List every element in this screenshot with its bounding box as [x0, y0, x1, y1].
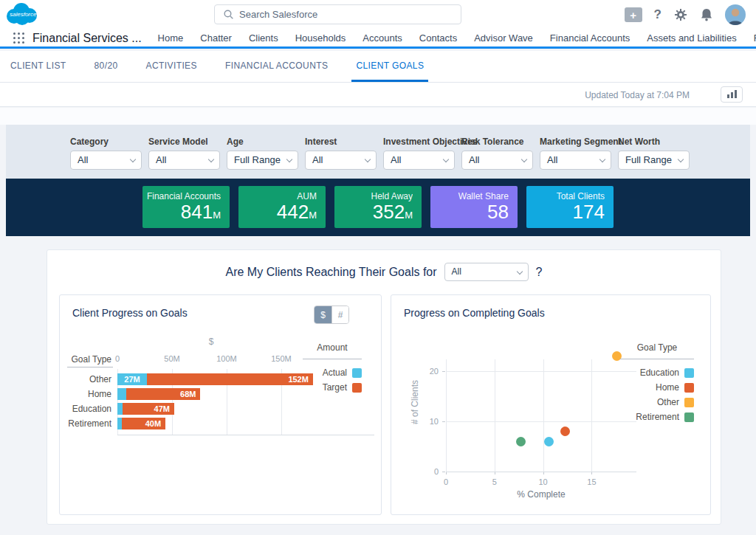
- kpi-card-total-clients[interactable]: Total Clients174: [526, 186, 614, 228]
- legend-item-education[interactable]: Education: [620, 365, 694, 380]
- bar-value-label: 152M: [147, 375, 313, 384]
- search-input[interactable]: [239, 9, 455, 20]
- question-prefix: Are My Clients Reaching Their Goals for: [226, 266, 437, 279]
- filter-select-investment-objectives[interactable]: All: [383, 151, 455, 170]
- filter-select-interest[interactable]: All: [305, 151, 377, 170]
- legend-item-target[interactable]: Target: [303, 380, 362, 395]
- kpi-card-aum[interactable]: AUM442M: [238, 186, 326, 228]
- bar-other-target[interactable]: 152M: [147, 373, 313, 385]
- nav-tab-assets-and-liabilities[interactable]: Assets and Liabilities: [647, 32, 736, 44]
- nav-tab-accounts[interactable]: Accounts: [362, 32, 402, 44]
- kpi-value: 174: [526, 201, 605, 224]
- legend-label: Other: [657, 397, 679, 407]
- y-tick: 0: [418, 467, 439, 476]
- filter-marketing-segment: Marketing SegmentAll: [540, 137, 611, 179]
- tab-client-list[interactable]: CLIENT LIST: [6, 51, 71, 82]
- nav-tab-clients[interactable]: Clients: [249, 32, 278, 44]
- tick-mark: [442, 421, 445, 422]
- nav-tab-home[interactable]: Home: [158, 32, 184, 44]
- app-navigation-bar: Financial Services ... HomeChatterClient…: [0, 30, 756, 49]
- kpi-card-wallet-share[interactable]: Wallet Share58: [430, 186, 518, 228]
- gridline: [591, 359, 592, 472]
- nav-tab-advisor-wave[interactable]: Advisor Wave: [474, 32, 533, 44]
- tab-activities[interactable]: ACTIVITIES: [142, 51, 202, 82]
- kpi-value: 442M: [238, 201, 317, 224]
- bar-education-target[interactable]: 47M: [123, 403, 174, 415]
- tab-client-goals[interactable]: CLIENT GOALS: [351, 51, 428, 82]
- toggle--button[interactable]: #: [331, 306, 348, 323]
- salesforce-logo[interactable]: salesforce: [4, 1, 40, 30]
- nav-tab-contacts[interactable]: Contacts: [419, 32, 457, 44]
- kpi-card-held-away[interactable]: Held Away352M: [334, 186, 422, 228]
- chevron-down-icon: [599, 156, 605, 162]
- scatter-point-education[interactable]: [544, 437, 554, 446]
- bar-chart-icon-button[interactable]: [721, 86, 743, 103]
- svg-text:salesforce: salesforce: [10, 11, 37, 18]
- filter-label: Age: [227, 137, 298, 147]
- legend-swatch: [684, 398, 694, 407]
- legend-swatch: [684, 383, 694, 393]
- legend-swatch: [684, 413, 694, 422]
- chevron-down-icon: [443, 156, 449, 162]
- filter-select-net-worth[interactable]: Full Range: [618, 151, 690, 170]
- filter-select-service-model[interactable]: All: [148, 151, 220, 170]
- chevron-down-icon: [521, 156, 527, 162]
- x-tick: 10: [532, 477, 554, 486]
- legend-item-actual[interactable]: Actual: [303, 365, 362, 380]
- filter-investment-objectives: Investment ObjectivesAll: [383, 137, 455, 179]
- x-axis-line: [446, 472, 636, 472]
- global-search: [214, 4, 461, 24]
- legend-title: Goal Type: [620, 342, 694, 359]
- kpi-value: 352M: [334, 201, 413, 224]
- tab-80-20[interactable]: 80/20: [90, 51, 123, 82]
- nav-tab-financial-accounts[interactable]: Financial Accounts: [550, 32, 630, 44]
- goal-filter-select[interactable]: All: [444, 263, 529, 281]
- bar-other-actual[interactable]: 27M: [117, 373, 147, 385]
- app-launcher-icon[interactable]: [13, 32, 25, 44]
- filter-select-risk-tolerance[interactable]: All: [461, 151, 533, 170]
- legend-label: Home: [656, 382, 679, 393]
- gridline: [543, 359, 544, 472]
- kpi-card-financial-accounts[interactable]: Financial Accounts841M: [142, 186, 230, 228]
- kpi-value: 58: [430, 201, 509, 224]
- filter-select-age[interactable]: Full Range: [227, 151, 298, 170]
- x-axis-label: % Complete: [501, 489, 582, 500]
- value-axis-title: $: [171, 336, 252, 347]
- legend-item-home[interactable]: Home: [620, 380, 694, 395]
- toggle--button[interactable]: $: [315, 306, 331, 323]
- bell-icon[interactable]: [700, 7, 713, 22]
- gear-icon[interactable]: [673, 7, 688, 22]
- legend-swatch: [352, 368, 362, 378]
- filter-select-marketing-segment[interactable]: All: [540, 151, 611, 170]
- scatter-point-retirement[interactable]: [516, 437, 526, 446]
- nav-tab-households[interactable]: Households: [295, 32, 346, 44]
- avatar[interactable]: [725, 4, 746, 25]
- scatter-point-home[interactable]: [560, 427, 570, 436]
- kpi-label: AUM: [238, 191, 317, 201]
- bar-retirement-target[interactable]: 40M: [122, 418, 165, 429]
- x-tick: 50M: [157, 354, 187, 363]
- status-row: Updated Today at 7:04 PM: [0, 83, 756, 107]
- filter-label: Interest: [305, 137, 377, 147]
- filter-risk-tolerance: Risk ToleranceAll: [461, 137, 533, 179]
- help-icon[interactable]: ?: [654, 7, 662, 22]
- bar-chart-icon: [727, 94, 729, 98]
- chart-title: Progress on Completing Goals: [404, 307, 545, 319]
- legend-item-retirement[interactable]: Retirement: [620, 410, 694, 424]
- quick-create-button[interactable]: +: [625, 7, 642, 22]
- nav-tabs: HomeChatterClientsHouseholdsAccountsCont…: [158, 32, 756, 44]
- bar-value-label: 68M: [126, 390, 201, 398]
- tab-financial-accounts[interactable]: FINANCIAL ACCOUNTS: [221, 51, 332, 82]
- legend-item-other[interactable]: Other: [620, 395, 694, 410]
- bar-home-target[interactable]: 68M: [126, 388, 201, 400]
- bar-education-actual[interactable]: [117, 403, 123, 415]
- nav-tab-chatter[interactable]: Chatter: [200, 32, 232, 44]
- legend-swatch: [352, 383, 362, 393]
- bar-home-actual[interactable]: [117, 388, 126, 400]
- global-header: salesforce + ?: [0, 0, 756, 30]
- chevron-down-icon: [130, 156, 136, 162]
- kpi-label: Financial Accounts: [142, 191, 221, 201]
- measure-toggle: $#: [314, 306, 349, 324]
- kpi-suffix: M: [213, 210, 221, 221]
- filter-select-category[interactable]: All: [70, 151, 142, 170]
